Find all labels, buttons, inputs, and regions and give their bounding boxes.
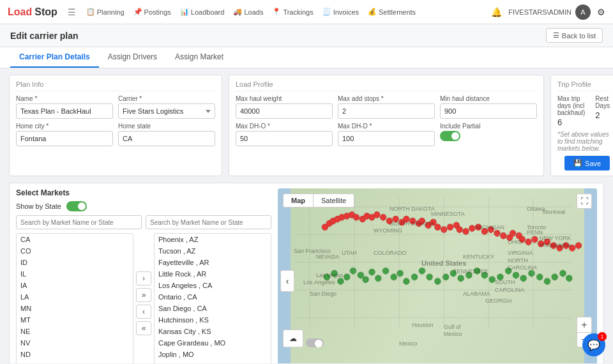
list-item[interactable]: IA [17,280,133,291]
list-item[interactable]: Ontario , CA [155,291,271,303]
show-by-state-label: Show by State [16,202,61,210]
show-by-state-row: Show by State [16,201,271,211]
bell-icon[interactable]: 🔔 [491,7,502,17]
avatar: A [575,4,591,20]
nav-loadboard[interactable]: 📊 Loadboard [180,8,225,16]
list-item[interactable]: Hutchinson , KS [155,314,271,326]
rest-days-label: Rest Days [595,95,610,109]
plan-name-label: Name * [16,95,113,102]
list-item[interactable]: Cape Girardeau , MO [155,337,271,349]
list-item[interactable]: CA [17,234,133,245]
map-zoom-in-button[interactable]: + [577,317,592,332]
settings-icon[interactable]: ⚙ [597,7,605,17]
selected-markets-list[interactable]: Phoenix , AZTucson , AZFayetteville , AR… [154,233,271,363]
map-layer-button[interactable]: ☁ [283,330,303,347]
home-city-state-row: Home city * Home state [16,123,215,146]
list-item[interactable]: Kansas City , KS [155,326,271,337]
map-canvas [278,188,597,363]
plan-name-input[interactable] [16,103,113,119]
max-add-stops-input[interactable] [338,103,435,119]
load-profile-card: Load Profile Max haul weight Max add sto… [229,75,544,176]
carrier-group: Carrier * Five Stars Logistics [118,95,215,119]
nav-postings[interactable]: 📌 Postings [133,8,171,16]
list-item[interactable]: Phoenix , AZ [155,234,271,245]
max-haul-weight-group: Max haul weight [236,95,333,119]
available-markets-wrap: CACOIDILIALAMNMTNENVND [16,233,133,363]
transfer-all-right-button[interactable]: » [136,288,151,302]
list-item[interactable]: San Diego , CA [155,303,271,314]
logo-black: Stop [34,6,57,18]
load-row2: Max DH-O * Max DH-D * Include Partial [236,123,537,146]
chat-button[interactable]: 💬 1 [582,333,605,356]
map-expand-button[interactable]: ⛶ [577,193,592,209]
transfer-all-left-button[interactable]: « [136,321,151,335]
max-haul-weight-input[interactable] [236,103,333,119]
list-item[interactable]: MT [17,314,133,326]
user-info[interactable]: FIVESTARS\ADMIN A [508,4,591,20]
list-item[interactable]: Cane [155,360,271,363]
home-city-input[interactable] [16,131,113,146]
include-partial-group: Include Partial [440,123,537,146]
show-by-state-toggle[interactable] [66,201,87,211]
carrier-select[interactable]: Five Stars Logistics [118,103,215,119]
map-toggle-row [306,338,324,347]
max-dh-o-input[interactable] [236,131,333,146]
max-add-stops-group: Max add stops * [338,95,435,119]
include-partial-toggle[interactable] [440,131,460,141]
list-item[interactable]: Joplin , MO [155,349,271,360]
min-haul-distance-input[interactable] [440,103,537,119]
map-tab-map[interactable]: Map [283,193,313,208]
list-item[interactable]: Tucson , AZ [155,245,271,257]
tab-assign-market[interactable]: Assign Market [166,47,232,68]
transfer-left-button[interactable]: ‹ [136,305,151,319]
map-layer-toggle[interactable] [306,338,324,347]
max-dh-d-input[interactable] [338,131,435,146]
home-state-input[interactable] [118,131,215,146]
nav-invoices[interactable]: 🧾 Invoices [322,8,359,16]
list-item[interactable]: NV [17,337,133,349]
markets-section: Select Markets Show by State CACOIDILIAL… [9,183,604,363]
min-haul-distance-group: Min haul distance [440,95,537,119]
available-markets-list[interactable]: CACOIDILIALAMNMTNENVND [16,233,133,363]
include-partial-label: Include Partial [440,123,537,130]
save-button[interactable]: 💾 Save [564,156,610,171]
right-search-input[interactable] [146,215,271,229]
max-trip-days-group: Max trip days (incl backhaul) 6 [557,95,585,127]
nav-planning[interactable]: 📋 Planning [86,8,125,16]
home-city-group: Home city * [16,123,113,146]
back-to-list-button[interactable]: ☰ Back to list [546,28,603,43]
list-item[interactable]: ND [17,349,133,360]
transfer-right-button[interactable]: › [136,271,151,285]
transfer-buttons: › » ‹ « [136,233,151,363]
list-item[interactable]: Los Angeles , CA [155,280,271,291]
list-item[interactable]: ID [17,257,133,268]
list-item[interactable]: Little Rock , AR [155,268,271,280]
list-item[interactable]: LA [17,291,133,303]
list-item[interactable]: NE [17,326,133,337]
home-city-label: Home city * [16,123,113,130]
map-nav-left-button[interactable]: ‹ [280,270,294,292]
list-item[interactable]: CO [17,245,133,257]
list-item[interactable]: IL [17,268,133,280]
tabs-row: Carrier Plan Details Assign Drivers Assi… [0,47,613,68]
tab-assign-drivers[interactable]: Assign Drivers [99,47,166,68]
page-title: Edit carrier plan [10,31,79,41]
plan-info-title: Plan Info [16,80,215,91]
trackings-icon: 📍 [272,8,281,16]
nav-settlements[interactable]: 💰 Settlements [368,8,416,16]
tab-carrier-plan-details[interactable]: Carrier Plan Details [10,47,99,68]
header: LoadStop ☰ 📋 Planning 📌 Postings 📊 Loadb… [0,0,613,24]
nav-loads[interactable]: 🚚 Loads [233,8,263,16]
map-tab-satellite[interactable]: Satellite [313,193,354,208]
username-label: FIVESTARS\ADMIN [508,8,571,16]
header-right: 🔔 FIVESTARS\ADMIN A ⚙ [491,4,605,20]
list-item[interactable]: Fayetteville , AR [155,257,271,268]
list-icon: ☰ [553,31,559,40]
nav-trackings[interactable]: 📍 Trackings [272,8,313,16]
left-search-input[interactable] [16,215,142,229]
hamburger-icon[interactable]: ☰ [68,7,76,17]
logo[interactable]: LoadStop [8,6,57,18]
plan-name-carrier-row: Name * Carrier * Five Stars Logistics [16,95,215,119]
list-item[interactable]: MN [17,303,133,314]
trip-profile-title: Trip Profile [557,80,610,91]
